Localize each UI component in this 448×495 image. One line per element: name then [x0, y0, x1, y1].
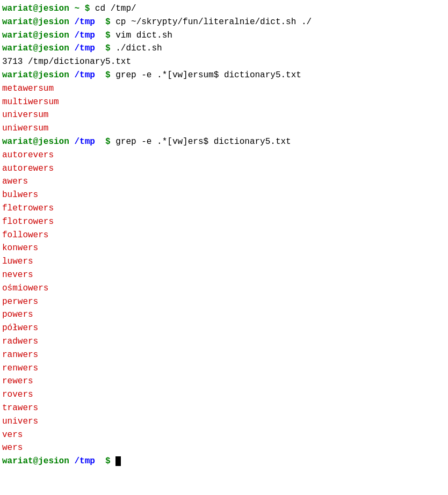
- output-word: metawersum: [2, 84, 54, 93]
- terminal-line: trawers: [2, 402, 448, 415]
- output-word: radwers: [2, 337, 38, 346]
- terminal-cursor: [115, 456, 121, 466]
- command-text: cp ~/skrypty/fun/literalnie/dict.sh ./: [111, 17, 312, 27]
- terminal-line: wariat@jesion /tmp $ grep -e .*[vw]ers$ …: [2, 135, 448, 149]
- output-word: uniwersum: [2, 123, 48, 133]
- prompt-dollar: $: [105, 17, 111, 27]
- output-word: nevers: [2, 270, 33, 280]
- output-word: renwers: [2, 363, 38, 373]
- output-word: wers: [2, 443, 23, 453]
- output-word: bulwers: [2, 190, 38, 200]
- terminal-line: wariat@jesion /tmp $ grep -e .*[vw]ersum…: [2, 69, 448, 82]
- output-word: ranwers: [2, 350, 38, 360]
- terminal-line: uniwersum: [2, 122, 448, 135]
- terminal-line: wariat@jesion ~ $ cd /tmp/: [2, 2, 448, 16]
- output-word: trawers: [2, 403, 38, 413]
- prompt-path: /tmp: [69, 70, 100, 80]
- output-word: perwers: [2, 297, 38, 307]
- terminal-line: wariat@jesion /tmp $ ./dict.sh: [2, 42, 448, 55]
- terminal-line: ranwers: [2, 348, 448, 362]
- terminal-line: renwers: [2, 362, 448, 375]
- terminal-line: luwers: [2, 255, 448, 268]
- output-word: awers: [2, 177, 28, 186]
- output-word: powers: [2, 310, 33, 319]
- terminal-line: univers: [2, 415, 448, 428]
- prompt-user: wariat@jesion: [2, 137, 69, 147]
- output-word: multiwersum: [2, 97, 59, 107]
- output-word: ośmiowers: [2, 283, 48, 293]
- terminal-line: awers: [2, 175, 448, 188]
- prompt-path: /tmp: [69, 43, 100, 53]
- prompt-dollar: $: [105, 456, 111, 466]
- terminal-line: wariat@jesion /tmp $: [2, 455, 448, 468]
- prompt-path: /tmp: [69, 137, 100, 147]
- prompt-path: /tmp: [69, 17, 100, 27]
- prompt-space: [111, 456, 116, 466]
- terminal-line: fletrowers: [2, 202, 448, 215]
- output-word: rovers: [2, 390, 33, 399]
- output-word: rewers: [2, 376, 33, 386]
- prompt-dollar: $: [105, 137, 111, 147]
- prompt-user: wariat@jesion: [2, 4, 69, 13]
- output-word: autorewers: [2, 164, 54, 173]
- terminal-line: 3713 /tmp/dictionary5.txt: [2, 55, 448, 69]
- output-word: univers: [2, 417, 38, 426]
- output-plain-text: 3713 /tmp/dictionary5.txt: [2, 57, 131, 67]
- terminal-window: wariat@jesion ~ $ cd /tmp/wariat@jesion …: [0, 0, 448, 495]
- prompt-user: wariat@jesion: [2, 456, 69, 466]
- terminal-line: metawersum: [2, 82, 448, 96]
- terminal-line: wariat@jesion /tmp $ vim dict.sh: [2, 29, 448, 42]
- output-word: followers: [2, 230, 48, 240]
- output-word: półwers: [2, 323, 38, 333]
- terminal-line: wariat@jesion /tmp $ cp ~/skrypty/fun/li…: [2, 16, 448, 29]
- output-word: flotrowers: [2, 217, 54, 227]
- prompt-path: /tmp: [69, 31, 100, 40]
- prompt-user: wariat@jesion: [2, 17, 69, 27]
- prompt-dollar: $: [105, 31, 111, 40]
- terminal-line: followers: [2, 229, 448, 242]
- output-word: autorevers: [2, 150, 54, 160]
- command-text: ./dict.sh: [111, 43, 162, 53]
- terminal-line: nevers: [2, 268, 448, 282]
- command-text: vim dict.sh: [111, 31, 172, 40]
- terminal-line: vers: [2, 428, 448, 442]
- prompt-dollar: $: [105, 43, 111, 53]
- terminal-line: półwers: [2, 322, 448, 335]
- prompt-dollar: $: [105, 70, 111, 80]
- command-text: grep -e .*[vw]ersum$ dictionary5.txt: [111, 70, 301, 80]
- terminal-line: wers: [2, 441, 448, 455]
- prompt-dollar: $: [85, 4, 90, 13]
- output-word: fletrowers: [2, 203, 54, 213]
- output-word: konwers: [2, 243, 38, 253]
- terminal-line: perwers: [2, 295, 448, 309]
- prompt-tilde: ~: [69, 4, 85, 13]
- terminal-line: universum: [2, 108, 448, 122]
- terminal-line: bulwers: [2, 188, 448, 202]
- output-word: universum: [2, 110, 48, 120]
- output-word: vers: [2, 430, 23, 440]
- command-text: cd /tmp/: [90, 4, 136, 13]
- prompt-user: wariat@jesion: [2, 70, 69, 80]
- terminal-line: flotrowers: [2, 215, 448, 229]
- terminal-line: ośmiowers: [2, 282, 448, 295]
- terminal-line: autorewers: [2, 162, 448, 176]
- output-word: luwers: [2, 257, 33, 266]
- terminal-line: powers: [2, 308, 448, 322]
- prompt-user: wariat@jesion: [2, 43, 69, 53]
- terminal-output: wariat@jesion ~ $ cd /tmp/wariat@jesion …: [2, 2, 448, 468]
- prompt-user: wariat@jesion: [2, 31, 69, 40]
- terminal-line: rewers: [2, 375, 448, 388]
- terminal-line: autorevers: [2, 149, 448, 162]
- terminal-line: rovers: [2, 388, 448, 402]
- terminal-line: konwers: [2, 242, 448, 255]
- terminal-line: radwers: [2, 335, 448, 348]
- prompt-path: /tmp: [69, 456, 100, 466]
- terminal-line: multiwersum: [2, 96, 448, 109]
- command-text: grep -e .*[vw]ers$ dictionary5.txt: [111, 137, 291, 147]
